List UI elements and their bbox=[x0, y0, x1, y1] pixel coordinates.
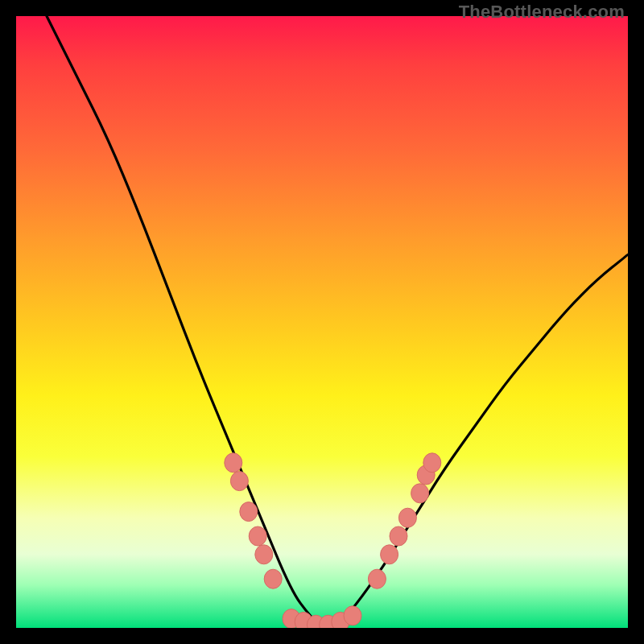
bottleneck-curve-path bbox=[47, 16, 628, 628]
curve-marker bbox=[344, 606, 361, 625]
curve-marker bbox=[255, 545, 273, 564]
curve-marker bbox=[225, 453, 242, 473]
curve-markers bbox=[225, 453, 441, 628]
curve-marker bbox=[249, 526, 266, 546]
curve-marker bbox=[390, 526, 407, 546]
chart-frame: TheBottleneck.com bbox=[0, 0, 644, 644]
curve-marker bbox=[411, 484, 429, 503]
curve-marker bbox=[240, 502, 258, 522]
curve-marker bbox=[230, 472, 248, 491]
curve-marker bbox=[264, 569, 282, 588]
curve-marker bbox=[381, 545, 398, 564]
curve-marker bbox=[423, 453, 441, 473]
curve-marker bbox=[368, 569, 386, 588]
bottleneck-curve-svg bbox=[16, 16, 628, 628]
curve-marker bbox=[398, 508, 416, 527]
attribution-watermark: TheBottleneck.com bbox=[459, 2, 625, 23]
plot-area bbox=[16, 16, 628, 628]
